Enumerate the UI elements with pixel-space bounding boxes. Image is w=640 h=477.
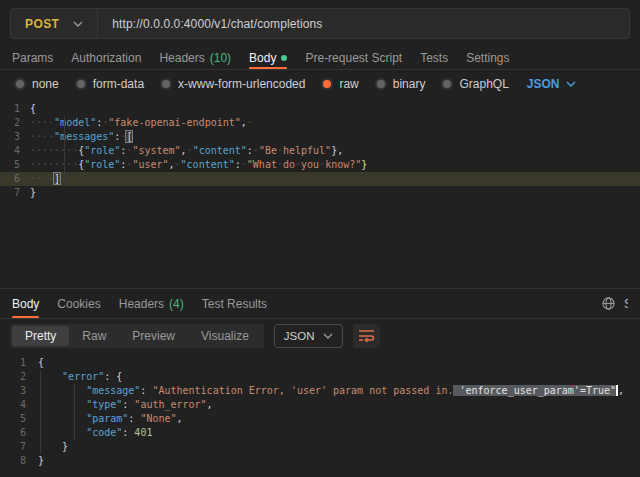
- response-tab-cookies[interactable]: Cookies: [57, 289, 100, 318]
- view-visualize[interactable]: Visualize: [188, 326, 262, 346]
- code-token-punc: }: [62, 441, 68, 452]
- method-select[interactable]: POST: [11, 9, 97, 38]
- code-token-ws: [38, 385, 86, 396]
- view-preview[interactable]: Preview: [119, 326, 188, 346]
- tab-authorization[interactable]: Authorization: [71, 47, 141, 69]
- response-toolbar: PrettyRawPreviewVisualize JSON: [0, 319, 640, 352]
- code-content: "error": {: [38, 370, 122, 384]
- code-line: 7}: [0, 186, 640, 200]
- radio-icon: [160, 78, 172, 90]
- radio-label: x-www-form-urlencoded: [178, 77, 305, 91]
- response-body-editor[interactable]: 1{2 "error": {3 "message": "Authenticati…: [0, 352, 640, 477]
- code-token-str: "auth_error": [134, 399, 206, 410]
- code-token-key: "model": [54, 117, 96, 128]
- postman-window: POST http://0.0.0.0:4000/v1/chat/complet…: [0, 0, 640, 477]
- code-line: 4········{"role":·"system",·"content":·"…: [0, 144, 640, 158]
- radio-icon: [375, 78, 387, 90]
- wrap-text-button[interactable]: [353, 324, 380, 348]
- code-content: "code": 401: [38, 426, 152, 440]
- tab-params[interactable]: Params: [12, 47, 53, 69]
- tab-pre-request-script[interactable]: Pre-request Script: [305, 47, 402, 69]
- body-type-row: noneform-datax-www-form-urlencodedrawbin…: [0, 70, 640, 98]
- code-content: }: [38, 440, 68, 454]
- code-token-str: "None": [140, 413, 176, 424]
- tab-headers[interactable]: Headers(10): [159, 47, 231, 69]
- request-format-label: JSON: [527, 77, 560, 91]
- indent-guide: [74, 384, 75, 440]
- response-header: BodyCookiesHeaders(4)Test Results S: [0, 289, 640, 319]
- code-line: 3····"messages":·[: [0, 130, 640, 144]
- code-token-key: "message": [86, 385, 140, 396]
- body-type-raw[interactable]: raw: [321, 77, 358, 91]
- code-token-punc: }: [30, 187, 36, 198]
- code-token-sel: 'enforce_user_param'=True": [453, 385, 616, 396]
- tab-body[interactable]: Body: [249, 47, 287, 69]
- code-token-ws: ····: [30, 131, 54, 142]
- response-tab-test-results[interactable]: Test Results: [202, 289, 267, 318]
- code-content: "param": "None",: [38, 412, 183, 426]
- method-label: POST: [25, 17, 59, 31]
- view-pretty[interactable]: Pretty: [12, 326, 69, 346]
- url-input[interactable]: http://0.0.0.0:4000/v1/chat/completions: [98, 17, 336, 31]
- tab-label: Headers: [119, 297, 164, 311]
- request-url-row: POST http://0.0.0.0:4000/v1/chat/complet…: [0, 0, 640, 47]
- radio-icon: [14, 78, 26, 90]
- radio-label: GraphQL: [459, 77, 508, 91]
- code-token-ws: [38, 371, 62, 382]
- code-token-ws: ····: [30, 117, 54, 128]
- body-type-x-www-form-urlencoded[interactable]: x-www-form-urlencoded: [160, 77, 305, 91]
- radio-label: raw: [339, 77, 358, 91]
- line-number: 4: [0, 144, 30, 158]
- code-token-str: "user": [132, 159, 168, 170]
- code-content: }: [38, 454, 44, 468]
- tab-count-badge: (10): [210, 51, 231, 65]
- body-type-graphql[interactable]: GraphQL: [441, 77, 508, 91]
- code-token-punc: ,: [207, 399, 213, 410]
- body-type-binary[interactable]: binary: [375, 77, 426, 91]
- code-content: }: [30, 186, 36, 200]
- tab-count-badge: (4): [169, 297, 184, 311]
- code-token-punc: {: [30, 103, 36, 114]
- response-tab-headers[interactable]: Headers(4): [119, 289, 184, 318]
- code-token-key: "type": [86, 399, 122, 410]
- globe-icon[interactable]: [601, 296, 616, 311]
- code-token-ws: ·: [247, 117, 253, 128]
- code-token-punc: }: [361, 159, 367, 170]
- code-token-punc: }: [38, 455, 44, 466]
- code-line: 3 "message": "Authentication Error, 'use…: [0, 384, 640, 398]
- line-number: 5: [0, 412, 38, 426]
- code-line: 7 }: [0, 440, 640, 454]
- request-body-editor[interactable]: 1{2····"model":·"fake-openai-endpoint",·…: [0, 98, 640, 289]
- body-type-form-data[interactable]: form-data: [75, 77, 144, 91]
- view-raw[interactable]: Raw: [69, 326, 119, 346]
- code-line: 5········{"role":·"user",·"content":·"Wh…: [0, 158, 640, 172]
- response-tabs: BodyCookiesHeaders(4)Test Results: [12, 289, 285, 318]
- tab-settings[interactable]: Settings: [466, 47, 509, 69]
- response-view-switch: PrettyRawPreviewVisualize: [10, 324, 264, 348]
- code-token-str: "Authentication Error, 'user' param not …: [152, 385, 453, 396]
- code-token-punc: },: [331, 145, 343, 156]
- line-number: 6: [0, 426, 38, 440]
- code-token-punc: {: [38, 357, 44, 368]
- radio-icon: [75, 78, 87, 90]
- code-token-ws: ····: [30, 173, 54, 184]
- request-tabs: ParamsAuthorizationHeaders(10)BodyPre-re…: [0, 47, 640, 70]
- chevron-down-icon: [73, 21, 83, 27]
- code-token-str: "What·do·you·know?": [247, 159, 361, 170]
- body-type-none[interactable]: none: [14, 77, 59, 91]
- code-line: 2····"model":·"fake-openai-endpoint",·: [0, 116, 640, 130]
- code-token-key: "error": [62, 371, 104, 382]
- code-token-key: "role": [84, 159, 120, 170]
- wrap-text-icon: [358, 328, 375, 343]
- radio-label: binary: [393, 77, 426, 91]
- line-number: 7: [0, 186, 30, 200]
- response-tab-body[interactable]: Body: [12, 289, 39, 318]
- request-format-select[interactable]: JSON: [527, 77, 576, 91]
- code-line-current: 6····]: [0, 172, 640, 186]
- line-number: 1: [0, 102, 30, 116]
- code-line: 1{: [0, 356, 640, 370]
- response-format-select[interactable]: JSON: [274, 324, 343, 348]
- radio-label: form-data: [93, 77, 144, 91]
- code-content: ········{"role":·"user",·"content":·"Wha…: [30, 158, 367, 172]
- tab-tests[interactable]: Tests: [420, 47, 448, 69]
